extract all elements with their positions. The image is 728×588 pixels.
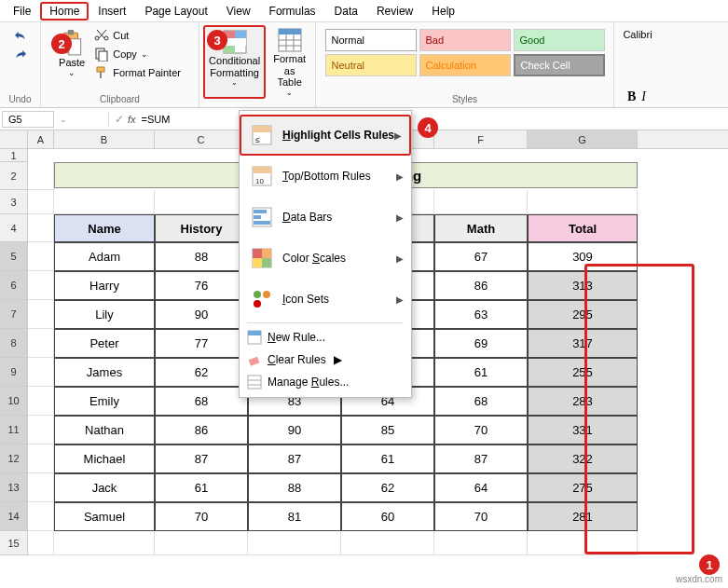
new-rule-item[interactable]: New Rule... — [240, 326, 411, 349]
select-all-corner[interactable] — [0, 130, 28, 148]
cell-total[interactable]: 317 — [528, 329, 638, 358]
cell-c3[interactable]: 88 — [248, 473, 341, 502]
cell[interactable] — [28, 162, 54, 190]
undo-icon[interactable] — [12, 29, 29, 46]
name-box[interactable]: G5 — [2, 111, 54, 128]
redo-icon[interactable] — [12, 48, 29, 64]
cell[interactable] — [28, 531, 54, 555]
cell-total[interactable]: 309 — [528, 242, 638, 271]
cell-math[interactable]: 70 — [434, 502, 528, 531]
font-name[interactable]: Calibri — [619, 25, 653, 40]
col-header-f[interactable]: F — [434, 130, 528, 148]
cell[interactable] — [54, 531, 155, 555]
cell-total[interactable]: 295 — [528, 300, 638, 329]
cut-button[interactable]: Cut — [92, 27, 183, 44]
cell-total[interactable]: 322 — [528, 444, 638, 473]
cell[interactable] — [28, 271, 54, 300]
menu-help[interactable]: Help — [422, 2, 464, 21]
cell-c3[interactable]: 90 — [248, 416, 341, 444]
menu-home[interactable]: Home — [40, 2, 89, 21]
row-header[interactable]: 1 — [0, 149, 28, 162]
formula-input[interactable] — [140, 112, 252, 127]
style-normal[interactable]: Normal — [325, 29, 417, 51]
cell-biology[interactable]: 62 — [341, 473, 434, 502]
cell-history[interactable]: 76 — [155, 271, 248, 300]
cell-total[interactable]: 283 — [528, 387, 638, 416]
row-header[interactable]: 3 — [0, 190, 28, 214]
cell-math[interactable]: 86 — [434, 271, 528, 300]
cell-history[interactable]: 68 — [155, 387, 248, 416]
cell-math[interactable]: 64 — [434, 473, 528, 502]
cell-math[interactable]: 61 — [434, 358, 528, 387]
format-as-table-button[interactable]: Format as Table ⌄ — [268, 25, 311, 99]
col-header-g[interactable]: G — [528, 130, 638, 148]
header-history[interactable]: History — [155, 214, 248, 242]
cell-name[interactable]: Samuel — [54, 502, 155, 531]
row-header[interactable]: 2 — [0, 162, 28, 190]
italic-button[interactable]: I — [641, 89, 646, 104]
cell-name[interactable]: Emily — [54, 387, 155, 416]
menu-view[interactable]: View — [217, 2, 260, 21]
cell-math[interactable]: 68 — [434, 387, 528, 416]
bold-button[interactable]: B — [627, 89, 636, 104]
cell[interactable] — [28, 473, 54, 502]
cell[interactable] — [28, 416, 54, 444]
data-bars-item[interactable]: Data Bars ▶ — [240, 197, 411, 238]
cell-biology[interactable]: 61 — [341, 444, 434, 473]
top-bottom-rules-item[interactable]: 10 Top/Bottom Rules ▶ — [240, 156, 411, 197]
cell-name[interactable]: Harry — [54, 271, 155, 300]
cell[interactable] — [28, 358, 54, 387]
cell[interactable] — [28, 329, 54, 358]
cell[interactable] — [28, 300, 54, 329]
menu-data[interactable]: Data — [325, 2, 367, 21]
cell-name[interactable]: Lily — [54, 300, 155, 329]
cell[interactable] — [155, 149, 248, 162]
row-header[interactable]: 10 — [0, 387, 28, 416]
cell[interactable] — [28, 387, 54, 416]
format-painter-button[interactable]: Format Painter — [92, 64, 183, 81]
copy-button[interactable]: Copy ⌄ — [92, 46, 183, 62]
cell-name[interactable]: Michael — [54, 444, 155, 473]
menu-file[interactable]: File — [4, 2, 40, 21]
cell[interactable] — [434, 531, 528, 555]
cell[interactable] — [248, 531, 341, 555]
cell-history[interactable]: 62 — [155, 358, 248, 387]
style-good[interactable]: Good — [514, 29, 605, 51]
row-header[interactable]: 7 — [0, 300, 28, 329]
menu-review[interactable]: Review — [367, 2, 422, 21]
cell-total[interactable]: 331 — [528, 416, 638, 444]
cell[interactable] — [155, 531, 248, 555]
menu-page-layout[interactable]: Page Layout — [135, 2, 216, 21]
cell-history[interactable]: 87 — [155, 444, 248, 473]
cell-total[interactable]: 275 — [528, 473, 638, 502]
cell-name[interactable]: Adam — [54, 242, 155, 271]
cell[interactable] — [28, 242, 54, 271]
menu-insert[interactable]: Insert — [89, 2, 135, 21]
cell-biology[interactable]: 60 — [341, 502, 434, 531]
cell-total[interactable]: 281 — [528, 502, 638, 531]
style-check-cell[interactable]: Check Cell — [514, 54, 605, 76]
cell-math[interactable]: 67 — [434, 242, 528, 271]
col-header-b[interactable]: B — [54, 130, 155, 148]
row-header[interactable]: 15 — [0, 531, 28, 555]
cell[interactable] — [528, 531, 638, 555]
cell[interactable] — [528, 190, 638, 214]
row-header[interactable]: 5 — [0, 242, 28, 271]
row-header[interactable]: 12 — [0, 444, 28, 473]
cell[interactable] — [28, 214, 54, 242]
style-calculation[interactable]: Calculation — [419, 54, 511, 76]
menu-formulas[interactable]: Formulas — [260, 2, 325, 21]
cell[interactable] — [341, 531, 434, 555]
cell[interactable] — [434, 149, 528, 162]
row-header[interactable]: 11 — [0, 416, 28, 444]
clear-rules-item[interactable]: Clear Rules ▶ — [240, 349, 411, 371]
row-header[interactable]: 9 — [0, 358, 28, 387]
row-header[interactable]: 14 — [0, 502, 28, 531]
cell[interactable] — [28, 190, 54, 214]
style-bad[interactable]: Bad — [419, 29, 511, 51]
fx-icon[interactable]: fx — [128, 114, 136, 125]
color-scales-item[interactable]: Color Scales ▶ — [240, 238, 411, 279]
cell-math[interactable]: 69 — [434, 329, 528, 358]
cell-history[interactable]: 61 — [155, 473, 248, 502]
cell[interactable] — [28, 149, 54, 162]
